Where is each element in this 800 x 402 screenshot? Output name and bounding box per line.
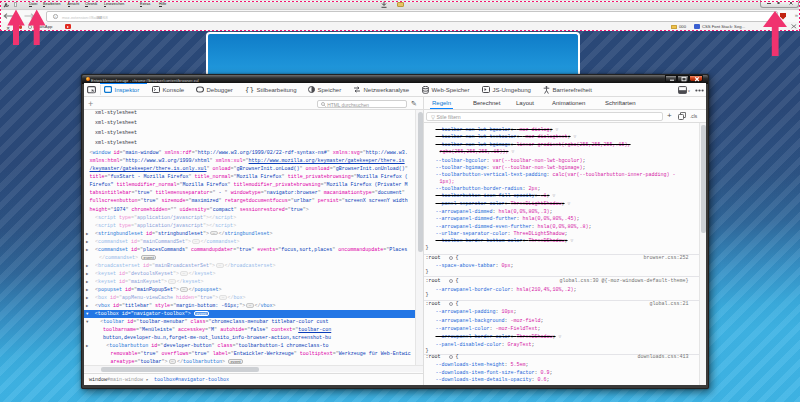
svg-text:{}: {} [245, 86, 254, 93]
